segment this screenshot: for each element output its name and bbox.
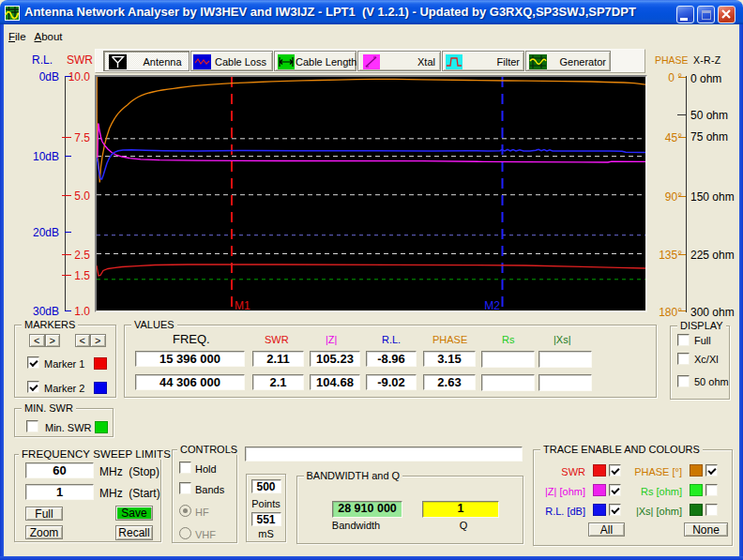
svg-text:M2: M2 [484, 299, 500, 310]
svg-text:M1: M1 [235, 299, 250, 310]
